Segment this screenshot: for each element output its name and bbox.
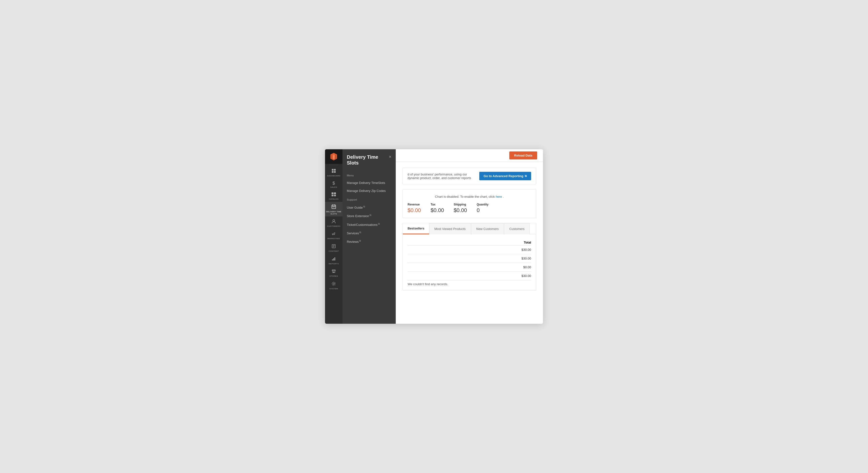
stat-quantity-label: Quantity <box>476 203 489 206</box>
flyout-support-item-store-extension[interactable]: Store Extension⧉ <box>342 211 396 220</box>
table-data-behind: Total $30.00 $30.00 $0.00 $30.00 <box>408 239 531 282</box>
magento-logo-icon <box>330 152 338 161</box>
sidebar-item-customers[interactable]: CUSTOMERS <box>325 216 342 229</box>
reload-data-button[interactable]: Reload Data <box>509 151 537 159</box>
reports-icon <box>331 256 336 262</box>
stat-shipping: Shipping $0.00 <box>454 203 467 213</box>
main-window: DASHBOARD $ SALES CATALOG DELIVERY TIMES… <box>325 149 543 324</box>
chart-disabled-suffix: . <box>503 195 504 199</box>
flyout-support-item-label-user-guide: User Guide <box>347 206 363 209</box>
advanced-reporting-button-label: Go to Advanced Reporting <box>484 174 523 178</box>
external-link-icon-ticket-customisations: ⧉ <box>378 223 380 225</box>
sidebar-item-label-dashboard: DASHBOARD <box>327 175 340 177</box>
flyout-support-item-ticket-customisations[interactable]: Ticket/Customisations⧉ <box>342 220 396 229</box>
svg-rect-6 <box>332 171 334 173</box>
stat-tax: Tax $0.00 <box>431 203 444 213</box>
table-row-2-total: $0.00 <box>408 263 531 272</box>
stat-shipping-value: $0.00 <box>454 207 467 213</box>
stat-tax-label: Tax <box>431 203 444 206</box>
delivery-time-slots-icon <box>331 204 336 210</box>
svg-rect-8 <box>332 193 334 194</box>
table-header-total: Total <box>408 239 531 245</box>
stat-tax-value: $0.00 <box>431 207 444 213</box>
tab-most-viewed-products[interactable]: Most Viewed Products <box>429 223 471 234</box>
svg-marker-3 <box>333 155 334 159</box>
svg-rect-10 <box>332 195 334 196</box>
sidebar-item-delivery-time-slots[interactable]: DELIVERY TIMESLOTS <box>325 202 342 216</box>
external-link-icon-user-guide: ⧉ <box>363 205 365 208</box>
svg-rect-25 <box>333 258 334 261</box>
sidebar-item-label-marketing: MARKETING <box>328 237 340 240</box>
svg-rect-7 <box>334 171 336 173</box>
advanced-reporting-button[interactable]: Go to Advanced Reporting ⧉ <box>479 172 531 180</box>
chart-disabled-message: Chart is disabled. To enable the chart, … <box>408 195 531 199</box>
tabs-section: Bestsellers Most Viewed Products New Cus… <box>403 223 536 291</box>
stat-quantity-value: 0 <box>476 207 489 213</box>
stat-revenue-label: Revenue <box>408 203 421 206</box>
sidebar-item-stores[interactable]: STORES <box>325 266 342 279</box>
chart-section: Chart is disabled. To enable the chart, … <box>403 189 536 218</box>
main-content-area: Reload Data d of your business' performa… <box>396 149 543 324</box>
flyout-menu-section-label: Menu <box>342 171 396 179</box>
stat-shipping-label: Shipping <box>454 203 467 206</box>
flyout-support-section-label: Support <box>342 195 396 203</box>
dashboard-icon <box>331 169 336 174</box>
sidebar-item-label-reports: REPORTS <box>329 263 339 265</box>
flyout-support-item-services[interactable]: Services⧉ <box>342 229 396 237</box>
flyout-header: Delivery Time Slots × <box>342 154 396 171</box>
svg-rect-17 <box>334 207 334 207</box>
chart-enable-link[interactable]: here <box>496 195 502 199</box>
sidebar-item-dashboard[interactable]: DASHBOARD <box>325 166 342 179</box>
svg-rect-11 <box>334 195 336 196</box>
svg-rect-9 <box>334 193 336 194</box>
stat-revenue-value: $0.00 <box>408 207 421 213</box>
no-records-message: We couldn't find any records. <box>408 282 531 286</box>
flyout-close-button[interactable]: × <box>389 155 392 159</box>
svg-rect-5 <box>334 169 336 171</box>
flyout-support-item-reviews[interactable]: Reviews⧉ <box>342 237 396 246</box>
content-icon <box>331 244 336 249</box>
external-link-icon-advanced-reporting: ⧉ <box>525 175 527 178</box>
sidebar: DASHBOARD $ SALES CATALOG DELIVERY TIMES… <box>325 149 342 324</box>
reporting-bar: d of your business' performance, using o… <box>403 168 536 184</box>
marketing-icon <box>331 231 336 237</box>
sidebar-item-marketing[interactable]: MARKETING <box>325 229 342 241</box>
svg-rect-26 <box>335 257 335 261</box>
flyout-menu-item-manage-timeslots[interactable]: Manage Delivery TimeSlots <box>342 179 396 187</box>
sidebar-item-label-catalog: CATALOG <box>329 198 339 200</box>
svg-rect-4 <box>332 169 334 171</box>
table-row-0-total: $30.00 <box>408 245 531 254</box>
sidebar-item-content[interactable]: CONTENT <box>325 241 342 254</box>
svg-rect-28 <box>333 272 334 273</box>
catalog-icon <box>331 192 336 197</box>
sidebar-logo <box>325 149 342 164</box>
reporting-bar-text: d of your business' performance, using o… <box>408 173 479 180</box>
flyout-menu-item-manage-zipcodes[interactable]: Manage Delivery Zip Codes <box>342 187 396 195</box>
sales-icon: $ <box>333 181 335 185</box>
chart-disabled-prefix: Chart is disabled. To enable the chart, … <box>435 195 495 199</box>
sidebar-item-catalog[interactable]: CATALOG <box>325 190 342 202</box>
tabs-header: Bestsellers Most Viewed Products New Cus… <box>403 223 536 234</box>
external-link-icon-store-extension: ⧉ <box>370 214 371 216</box>
external-link-icon-reviews: ⧉ <box>359 239 361 242</box>
sidebar-item-sales[interactable]: $ SALES <box>325 179 342 190</box>
tab-new-customers[interactable]: New Customers <box>471 223 504 234</box>
svg-point-29 <box>333 283 335 285</box>
flyout-support-item-user-guide[interactable]: User Guide⧉ <box>342 203 396 211</box>
flyout-title: Delivery Time Slots <box>347 154 389 166</box>
table-col-total-header: Total <box>524 241 531 244</box>
svg-rect-24 <box>332 259 333 261</box>
sidebar-item-system[interactable]: SYSTEM <box>325 279 342 292</box>
flyout-support-item-label-ticket-customisations: Ticket/Customisations <box>347 223 378 227</box>
tab-bestsellers[interactable]: Bestsellers <box>403 223 429 234</box>
main-header: Reload Data <box>396 149 543 162</box>
main-body: d of your business' performance, using o… <box>396 162 543 324</box>
sidebar-item-label-delivery-time-slots: DELIVERY TIMESLOTS <box>326 211 341 215</box>
stat-revenue: Revenue $0.00 <box>408 203 421 213</box>
sidebar-item-reports[interactable]: REPORTS <box>325 254 342 267</box>
stats-row: Revenue $0.00 Tax $0.00 Shipping $0.00 Q… <box>408 203 531 213</box>
sidebar-item-label-customers: CUSTOMERS <box>327 225 340 228</box>
tab-customers[interactable]: Customers <box>504 223 530 234</box>
stat-quantity: Quantity 0 <box>476 203 489 213</box>
flyout-support-item-label-services: Services <box>347 231 359 235</box>
